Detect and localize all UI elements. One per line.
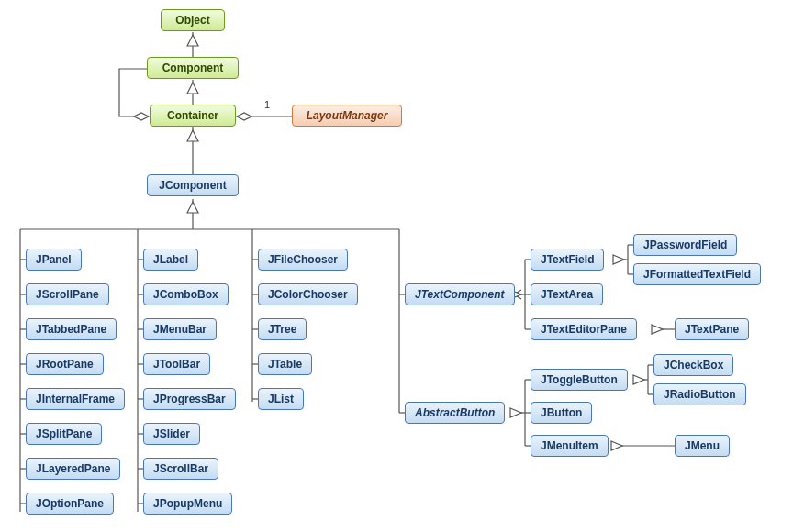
multiplicity-container-layoutmanager: 1 — [264, 99, 270, 110]
class-jlabel: JLabel — [143, 249, 198, 271]
class-jtextfield: JTextField — [531, 249, 604, 271]
class-jcombobox: JComboBox — [143, 283, 229, 305]
class-jtoolbar: JToolBar — [143, 353, 210, 375]
class-jtree: JTree — [258, 318, 307, 340]
class-jtextarea: JTextArea — [531, 283, 603, 305]
class-jslider: JSlider — [143, 423, 200, 445]
class-jinternalframe: JInternalFrame — [26, 388, 125, 410]
class-jtexteditorpane: JTextEditorPane — [531, 318, 637, 340]
class-container: Container — [150, 105, 236, 127]
class-object: Object — [161, 9, 225, 31]
class-jscrollpane: JScrollPane — [26, 283, 109, 305]
class-jtextpane: JTextPane — [675, 318, 749, 340]
class-jbutton: JButton — [531, 402, 592, 424]
class-jfilechooser: JFileChooser — [258, 249, 348, 271]
class-jmenubar: JMenuBar — [143, 318, 217, 340]
class-jtextcomponent: JTextComponent — [405, 283, 515, 305]
class-jmenuitem: JMenuItem — [531, 435, 609, 457]
class-joptionpane: JOptionPane — [26, 493, 114, 515]
class-abstractbutton: AbstractButton — [405, 402, 505, 424]
class-jtogglebutton: JToggleButton — [531, 369, 628, 391]
class-jmenu: JMenu — [675, 435, 730, 457]
class-jscrollbar: JScrollBar — [143, 458, 218, 480]
class-jcomponent: JComponent — [147, 174, 239, 196]
class-component: Component — [147, 57, 239, 79]
class-jsplitpane: JSplitPane — [26, 423, 102, 445]
class-jtabbedpane: JTabbedPane — [26, 318, 117, 340]
class-jpanel: JPanel — [26, 249, 82, 271]
class-jcheckbox: JCheckBox — [653, 354, 733, 376]
class-jpasswordfield: JPasswordField — [633, 234, 737, 256]
class-jprogressbar: JProgressBar — [143, 388, 236, 410]
class-jcolorchooser: JColorChooser — [258, 283, 358, 305]
class-jtable: JTable — [258, 353, 312, 375]
class-jlayeredpane: JLayeredPane — [26, 458, 120, 480]
interface-layoutmanager: LayoutManager — [292, 105, 402, 127]
class-jradiobutton: JRadioButton — [653, 383, 746, 405]
class-jpopupmenu: JPopupMenu — [143, 493, 232, 515]
class-jrootpane: JRootPane — [26, 353, 104, 375]
class-jlist: JList — [258, 388, 304, 410]
class-jformattedtextfield: JFormattedTextField — [633, 263, 761, 285]
